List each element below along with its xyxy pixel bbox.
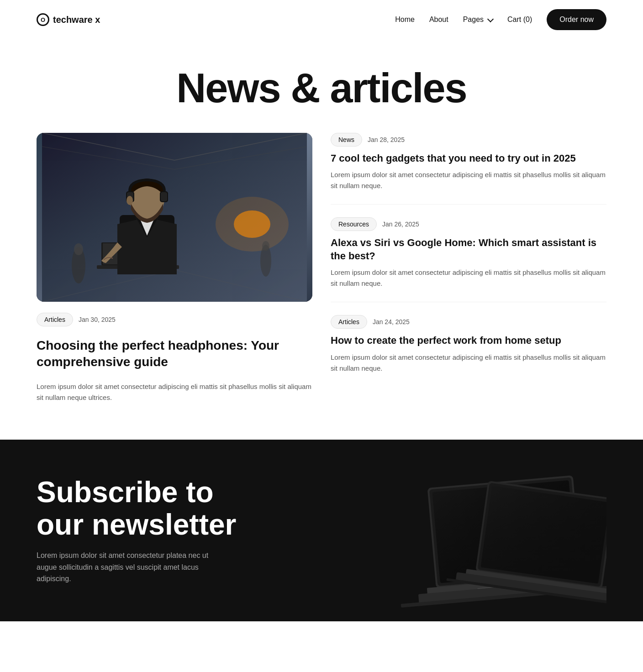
article-date-1: Jan 26, 2025: [382, 220, 419, 228]
article-meta-1: Resources Jan 26, 2025: [331, 217, 606, 231]
logo-icon: O: [37, 13, 49, 26]
newsletter-description: Lorem ipsum dolor sit amet consectetur p…: [37, 550, 228, 585]
articles-list: News Jan 28, 2025 7 cool tech gadgets th…: [331, 133, 606, 387]
article-meta-0: News Jan 28, 2025: [331, 133, 606, 147]
article-title-0[interactable]: 7 cool tech gadgets that you need to try…: [331, 152, 606, 165]
page-title: News & articles: [37, 67, 606, 110]
featured-tag[interactable]: Articles: [37, 313, 73, 326]
svg-point-23: [262, 241, 269, 251]
article-desc-1: Lorem ipsum dolor sit amet consectetur a…: [331, 267, 606, 289]
logo-letter: O: [41, 16, 45, 23]
chevron-down-icon: [487, 16, 494, 22]
featured-image[interactable]: [37, 133, 312, 302]
article-meta-2: Articles Jan 24, 2025: [331, 315, 606, 329]
nav-links: Home About Pages Cart (0) Order now: [395, 9, 606, 30]
svg-point-19: [126, 196, 133, 205]
logo[interactable]: O techware x: [37, 13, 100, 26]
featured-description: Lorem ipsum dolor sit amet consectetur a…: [37, 381, 312, 403]
newsletter-heading-line1: Subscribe to: [37, 476, 214, 509]
nav-pages-dropdown[interactable]: Pages: [463, 16, 493, 24]
svg-point-8: [216, 197, 289, 252]
nav-home[interactable]: Home: [395, 16, 415, 24]
newsletter-text: Subscribe to our newsletter Lorem ipsum …: [37, 476, 322, 585]
article-date-0: Jan 28, 2025: [368, 136, 405, 143]
featured-date: Jan 30, 2025: [79, 316, 116, 323]
content-grid: Articles Jan 30, 2025 Choosing the perfe…: [0, 133, 643, 440]
order-now-button[interactable]: Order now: [547, 9, 606, 30]
article-tag-1[interactable]: Resources: [331, 217, 377, 231]
article-desc-2: Lorem ipsum dolor sit amet consectetur a…: [331, 352, 606, 374]
page-hero: News & articles: [0, 39, 643, 133]
article-tag-0[interactable]: News: [331, 133, 362, 147]
newsletter-heading: Subscribe to our newsletter: [37, 476, 322, 541]
article-date-2: Jan 24, 2025: [373, 318, 410, 326]
laptop-svg: [351, 466, 606, 621]
featured-article-meta: Articles Jan 30, 2025: [37, 313, 312, 326]
featured-article: Articles Jan 30, 2025 Choosing the perfe…: [37, 133, 312, 404]
newsletter-section: Subscribe to our newsletter Lorem ipsum …: [0, 440, 643, 621]
article-desc-0: Lorem ipsum dolor sit amet consectetur a…: [331, 169, 606, 191]
article-title-1[interactable]: Alexa vs Siri vs Google Home: Which smar…: [331, 236, 606, 262]
article-item: Resources Jan 26, 2025 Alexa vs Siri vs …: [331, 205, 606, 302]
article-item: Articles Jan 24, 2025 How to create the …: [331, 302, 606, 387]
nav-cart[interactable]: Cart (0): [507, 16, 532, 24]
nav-about[interactable]: About: [429, 16, 448, 24]
svg-rect-18: [161, 192, 167, 201]
newsletter-heading-line2: our newsletter: [37, 508, 236, 541]
article-item: News Jan 28, 2025 7 cool tech gadgets th…: [331, 133, 606, 205]
featured-title[interactable]: Choosing the perfect headphones: Your co…: [37, 337, 312, 371]
featured-image-svg: [42, 133, 307, 302]
article-title-2[interactable]: How to create the perfect work from home…: [331, 334, 606, 347]
article-tag-2[interactable]: Articles: [331, 315, 367, 329]
svg-rect-35: [480, 486, 606, 583]
navbar: O techware x Home About Pages Cart (0) O…: [0, 0, 643, 39]
svg-point-21: [74, 243, 83, 255]
brand-name: techware x: [53, 15, 100, 25]
newsletter-visual: [351, 466, 606, 621]
nav-pages-label: Pages: [463, 16, 484, 24]
